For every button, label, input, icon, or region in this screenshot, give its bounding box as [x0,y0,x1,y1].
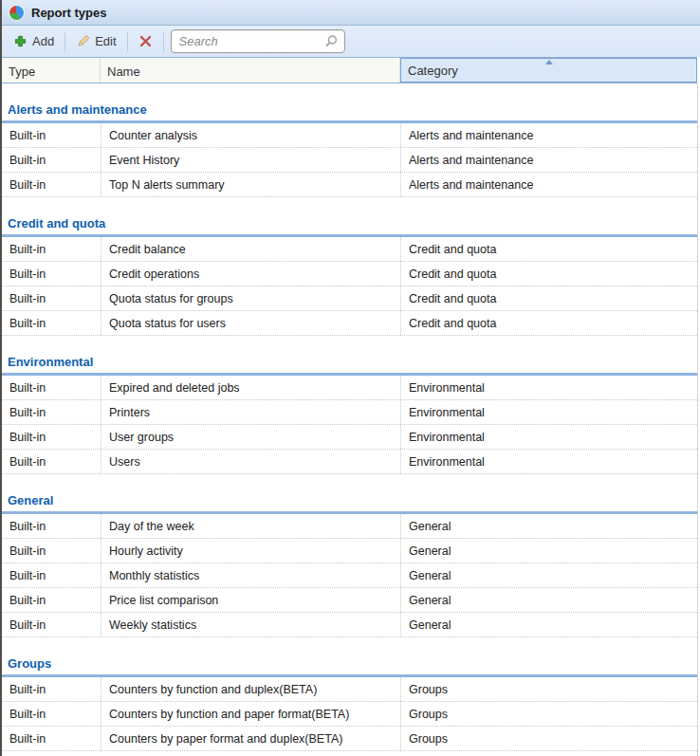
cell-type: Built-in [2,237,101,261]
cell-category: Groups [400,702,697,726]
cell-category: General [400,613,697,636]
cell-type: Built-in [2,450,101,473]
cell-type: Built-in [2,514,101,538]
edit-button[interactable]: Edit [72,31,120,51]
table-row[interactable]: Built-in Top N alerts summary Alerts and… [2,173,697,197]
table-row[interactable]: Built-in Counter analysis Alerts and mai… [2,123,697,148]
cell-category: Environmental [400,400,697,424]
cell-type: Built-in [2,539,101,562]
cell-category: Credit and quota [400,262,697,286]
pie-chart-icon [9,6,24,20]
group-spacer [2,83,697,101]
cell-type: Built-in [2,173,101,196]
table-row[interactable]: Built-in Counters by paper format and du… [2,727,697,751]
group-title: Credit and quota [2,214,697,237]
group-spacer [2,474,697,491]
window-title: Report types [31,6,106,20]
add-button[interactable]: Add [9,31,58,51]
search-input[interactable] [179,34,324,48]
cell-name: Printers [101,400,400,424]
cell-category: General [400,563,697,587]
grid-right-edge-line [697,83,698,756]
cell-category: General [400,588,697,612]
toolbar-separator [127,32,128,51]
group-spacer [2,637,697,655]
column-header-name-label: Name [107,65,140,79]
cell-name: Counters by function and duplex(BETA) [101,677,400,701]
table-row[interactable]: Built-in User groups Environmental [2,425,697,450]
toolbar: Add Edit [2,26,700,57]
cell-category: Alerts and maintenance [400,123,697,147]
cell-category: General [400,539,697,562]
cell-type: Built-in [2,677,101,701]
table-row[interactable]: Built-in Printers Environmental [2,400,697,425]
title-bar: Report types [2,0,700,26]
cell-type: Built-in [2,425,101,449]
group-spacer [2,336,697,353]
column-header-name[interactable]: Name [101,58,400,83]
group-spacer [2,197,697,214]
table-row[interactable]: Built-in Hourly activity General [2,539,697,563]
table-row[interactable]: Built-in Counters by function and paper … [2,702,697,727]
cell-category: Environmental [400,376,697,399]
table-row[interactable]: Built-in Day of the week General [2,514,697,539]
table-row[interactable]: Built-in Monthly statistics General [2,563,697,588]
cell-name: Top N alerts summary [101,173,400,196]
table-row[interactable]: Built-in Event History Alerts and mainte… [2,148,697,173]
cell-type: Built-in [2,148,101,172]
cell-type: Built-in [2,311,101,335]
cell-category: Credit and quota [400,237,697,261]
cell-name: Day of the week [101,514,400,538]
column-header-type-label: Type [9,65,35,79]
cell-name: Credit operations [101,262,400,286]
magnifier-icon [324,34,339,48]
table-row[interactable]: Built-in Quota status for groups Credit … [2,286,697,311]
edit-button-label: Edit [95,34,116,48]
cell-category: Credit and quota [400,311,697,335]
cell-category: Groups [400,677,697,701]
red-x-icon [138,34,153,48]
cell-category: Alerts and maintenance [400,173,697,196]
column-header-category[interactable]: Category [400,58,697,83]
table-row[interactable]: Built-in Weekly statistics General [2,613,697,637]
table-row[interactable]: Built-in Users Environmental [2,450,697,474]
table-row[interactable]: Built-in Credit balance Credit and quota [2,237,697,262]
cell-name: Weekly statistics [101,613,400,636]
cell-name: Hourly activity [101,539,400,562]
toolbar-separator [64,32,65,51]
add-button-label: Add [32,34,54,48]
cell-category: Alerts and maintenance [400,148,697,172]
table-row[interactable]: Built-in Price list comparison General [2,588,697,613]
group-title: General [2,491,697,514]
table-row[interactable]: Built-in Counters by function and duplex… [2,677,697,702]
cell-type: Built-in [2,123,101,147]
cell-name: Counters by paper format and duplex(BETA… [101,727,400,750]
column-header-category-label: Category [408,64,458,78]
search-box[interactable] [171,29,345,53]
cell-category: Groups [400,727,697,750]
cell-name: User groups [101,425,400,449]
delete-button[interactable] [135,31,157,51]
cell-type: Built-in [2,400,101,424]
column-header-type[interactable]: Type [2,58,101,83]
cell-type: Built-in [2,588,101,612]
cell-type: Built-in [2,702,101,726]
cell-name: Expired and deleted jobs [101,376,400,399]
cell-type: Built-in [2,262,101,286]
report-types-window: Report types Add Edit [0,0,700,756]
toolbar-separator [163,32,164,51]
cell-type: Built-in [2,613,101,636]
cell-category: General [400,514,697,538]
table-row[interactable]: Built-in Quota status for users Credit a… [2,311,697,336]
group-title: Groups [2,655,697,677]
plus-icon [13,34,28,48]
cell-name: Monthly statistics [101,563,400,587]
grid-body: Alerts and maintenance Built-in Counter … [2,83,697,751]
pencil-icon [76,34,90,48]
table-row[interactable]: Built-in Credit operations Credit and qu… [2,262,697,286]
cell-name: Users [101,450,400,473]
table-row[interactable]: Built-in Expired and deleted jobs Enviro… [2,376,697,400]
cell-name: Credit balance [101,237,400,261]
cell-name: Counter analysis [101,123,400,147]
cell-name: Event History [101,148,400,172]
